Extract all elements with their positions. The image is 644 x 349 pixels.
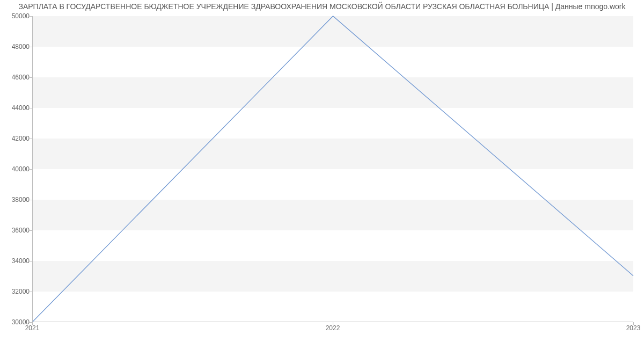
y-tick-label: 48000 <box>3 43 30 50</box>
plot-area <box>32 16 633 322</box>
y-tick-mark <box>30 108 32 108</box>
y-tick-label: 38000 <box>3 196 30 203</box>
y-tick-label: 34000 <box>3 257 30 265</box>
y-tick-label: 46000 <box>3 74 30 81</box>
y-tick-mark <box>30 77 32 78</box>
x-tick-mark <box>32 322 33 325</box>
y-tick-label: 32000 <box>3 288 30 295</box>
line-layer <box>33 16 633 322</box>
y-tick-label: 42000 <box>3 135 30 142</box>
y-tick-label: 36000 <box>3 227 30 234</box>
x-tick-label: 2022 <box>326 324 340 332</box>
y-tick-mark <box>30 47 32 47</box>
y-tick-mark <box>30 139 32 139</box>
salary-line-chart: ЗАРПЛАТА В ГОСУДАРСТВЕННОЕ БЮДЖЕТНОЕ УЧР… <box>0 0 644 349</box>
y-tick-mark <box>30 169 32 170</box>
y-tick-mark <box>30 200 32 200</box>
x-tick-mark <box>333 322 333 325</box>
y-tick-label: 50000 <box>3 12 30 20</box>
y-tick-mark <box>30 292 32 292</box>
data-series-line <box>33 16 633 322</box>
x-tick-label: 2023 <box>626 324 641 332</box>
y-tick-label: 40000 <box>3 165 30 173</box>
x-tick-mark <box>633 322 634 325</box>
y-tick-label: 44000 <box>3 104 30 112</box>
y-tick-mark <box>30 16 32 17</box>
x-tick-label: 2021 <box>25 324 40 332</box>
y-tick-mark <box>30 261 32 261</box>
y-tick-mark <box>30 230 32 231</box>
chart-title: ЗАРПЛАТА В ГОСУДАРСТВЕННОЕ БЮДЖЕТНОЕ УЧР… <box>0 2 644 11</box>
